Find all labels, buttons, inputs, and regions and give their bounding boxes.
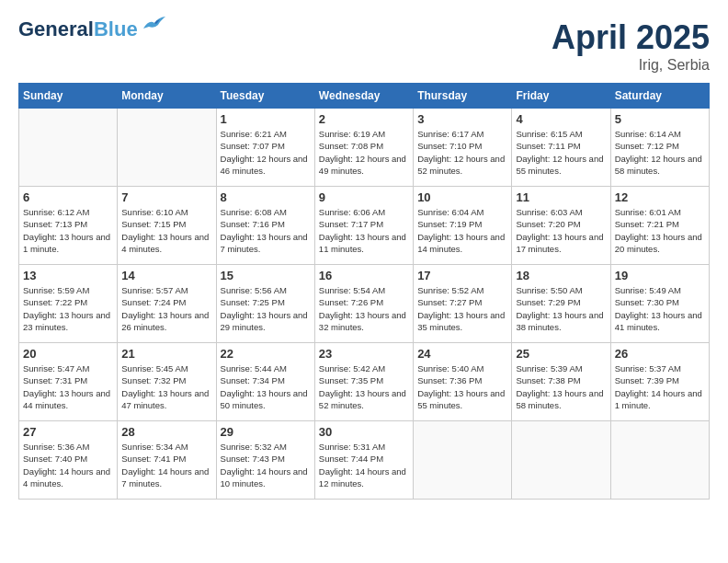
day-cell: 4Sunrise: 6:15 AMSunset: 7:11 PMDaylight… [512,109,610,187]
day-number: 27 [23,425,113,439]
logo: GeneralBlue [18,18,167,40]
day-cell: 15Sunrise: 5:56 AMSunset: 7:25 PMDayligh… [216,265,314,343]
weekday-header-saturday: Saturday [610,84,709,109]
day-number: 15 [221,269,311,282]
day-info: Sunrise: 5:32 AMSunset: 7:43 PMDaylight:… [221,441,311,489]
day-cell: 12Sunrise: 6:01 AMSunset: 7:21 PMDayligh… [610,187,709,265]
day-info: Sunrise: 6:01 AMSunset: 7:21 PMDaylight:… [615,206,705,255]
day-info: Sunrise: 5:40 AMSunset: 7:36 PMDaylight:… [417,362,507,411]
day-info: Sunrise: 5:39 AMSunset: 7:38 PMDaylight:… [516,362,606,411]
day-info: Sunrise: 5:37 AMSunset: 7:39 PMDaylight:… [615,362,705,411]
day-number: 17 [417,269,507,282]
day-number: 25 [516,347,606,361]
day-number: 20 [23,347,113,361]
day-number: 10 [417,190,507,204]
day-number: 26 [615,347,705,361]
day-cell: 16Sunrise: 5:54 AMSunset: 7:26 PMDayligh… [314,265,413,343]
day-info: Sunrise: 5:54 AMSunset: 7:26 PMDaylight:… [319,284,409,333]
day-info: Sunrise: 6:17 AMSunset: 7:10 PMDaylight:… [417,128,507,177]
weekday-header-sunday: Sunday [19,84,118,109]
day-cell: 21Sunrise: 5:45 AMSunset: 7:32 PMDayligh… [118,343,216,421]
day-cell: 23Sunrise: 5:42 AMSunset: 7:35 PMDayligh… [314,343,413,421]
weekday-header-tuesday: Tuesday [216,84,314,109]
day-info: Sunrise: 5:31 AMSunset: 7:44 PMDaylight:… [319,441,409,489]
day-info: Sunrise: 6:10 AMSunset: 7:15 PMDaylight:… [121,206,211,255]
day-cell: 10Sunrise: 6:04 AMSunset: 7:19 PMDayligh… [414,187,512,265]
week-row-3: 13Sunrise: 5:59 AMSunset: 7:22 PMDayligh… [19,265,710,343]
day-info: Sunrise: 5:36 AMSunset: 7:40 PMDaylight:… [23,441,113,489]
day-number: 23 [319,347,409,361]
day-info: Sunrise: 5:56 AMSunset: 7:25 PMDaylight:… [221,284,311,333]
day-cell: 29Sunrise: 5:32 AMSunset: 7:43 PMDayligh… [216,421,314,500]
day-cell: 17Sunrise: 5:52 AMSunset: 7:27 PMDayligh… [414,265,512,343]
day-cell: 9Sunrise: 6:06 AMSunset: 7:17 PMDaylight… [314,187,413,265]
day-info: Sunrise: 6:21 AMSunset: 7:07 PMDaylight:… [221,128,311,177]
day-number: 28 [121,425,211,439]
day-info: Sunrise: 6:06 AMSunset: 7:17 PMDaylight:… [319,206,409,255]
day-info: Sunrise: 5:50 AMSunset: 7:29 PMDaylight:… [516,284,606,333]
day-number: 29 [221,425,311,439]
calendar-subtitle: Irig, Serbia [552,57,710,74]
day-cell: 24Sunrise: 5:40 AMSunset: 7:36 PMDayligh… [414,343,512,421]
day-cell [19,109,118,187]
weekday-header-monday: Monday [118,84,216,109]
day-info: Sunrise: 6:12 AMSunset: 7:13 PMDaylight:… [23,206,113,255]
day-cell: 19Sunrise: 5:49 AMSunset: 7:30 PMDayligh… [610,265,709,343]
logo-general: General [18,17,94,40]
day-cell: 18Sunrise: 5:50 AMSunset: 7:29 PMDayligh… [512,265,610,343]
week-row-4: 20Sunrise: 5:47 AMSunset: 7:31 PMDayligh… [19,343,710,421]
title-section: April 2025 Irig, Serbia [552,18,710,74]
day-info: Sunrise: 6:15 AMSunset: 7:11 PMDaylight:… [516,128,606,177]
day-number: 7 [121,190,211,204]
day-number: 4 [516,112,606,126]
day-number: 24 [417,347,507,361]
day-cell: 30Sunrise: 5:31 AMSunset: 7:44 PMDayligh… [314,421,413,500]
day-cell [118,109,216,187]
day-info: Sunrise: 6:03 AMSunset: 7:20 PMDaylight:… [516,206,606,255]
day-cell: 1Sunrise: 6:21 AMSunset: 7:07 PMDaylight… [216,109,314,187]
day-info: Sunrise: 5:45 AMSunset: 7:32 PMDaylight:… [121,362,211,411]
day-cell: 2Sunrise: 6:19 AMSunset: 7:08 PMDaylight… [314,109,413,187]
day-number: 5 [615,112,705,126]
logo-blue: Blue [94,17,138,40]
day-cell: 13Sunrise: 5:59 AMSunset: 7:22 PMDayligh… [19,265,118,343]
day-number: 12 [615,190,705,204]
weekday-header-row: SundayMondayTuesdayWednesdayThursdayFrid… [19,84,710,109]
day-cell: 22Sunrise: 5:44 AMSunset: 7:34 PMDayligh… [216,343,314,421]
weekday-header-wednesday: Wednesday [314,84,413,109]
day-info: Sunrise: 6:14 AMSunset: 7:12 PMDaylight:… [615,128,705,177]
day-info: Sunrise: 6:04 AMSunset: 7:19 PMDaylight:… [417,206,507,255]
day-number: 2 [319,112,409,126]
day-cell: 11Sunrise: 6:03 AMSunset: 7:20 PMDayligh… [512,187,610,265]
day-number: 3 [417,112,507,126]
week-row-1: 1Sunrise: 6:21 AMSunset: 7:07 PMDaylight… [19,109,710,187]
day-cell [512,421,610,500]
day-number: 6 [23,190,113,204]
day-number: 21 [121,347,211,361]
day-cell: 3Sunrise: 6:17 AMSunset: 7:10 PMDaylight… [414,109,512,187]
day-cell: 7Sunrise: 6:10 AMSunset: 7:15 PMDaylight… [118,187,216,265]
day-cell: 6Sunrise: 6:12 AMSunset: 7:13 PMDaylight… [19,187,118,265]
week-row-5: 27Sunrise: 5:36 AMSunset: 7:40 PMDayligh… [19,421,710,500]
week-row-2: 6Sunrise: 6:12 AMSunset: 7:13 PMDaylight… [19,187,710,265]
day-cell: 25Sunrise: 5:39 AMSunset: 7:38 PMDayligh… [512,343,610,421]
day-number: 1 [221,112,311,126]
day-number: 14 [121,269,211,282]
calendar-table: SundayMondayTuesdayWednesdayThursdayFrid… [18,83,710,500]
day-cell: 8Sunrise: 6:08 AMSunset: 7:16 PMDaylight… [216,187,314,265]
day-info: Sunrise: 5:49 AMSunset: 7:30 PMDaylight:… [615,284,705,333]
day-cell: 26Sunrise: 5:37 AMSunset: 7:39 PMDayligh… [610,343,709,421]
day-cell [414,421,512,500]
day-info: Sunrise: 6:19 AMSunset: 7:08 PMDaylight:… [319,128,409,177]
weekday-header-thursday: Thursday [414,84,512,109]
day-number: 13 [23,269,113,282]
day-number: 16 [319,269,409,282]
weekday-header-friday: Friday [512,84,610,109]
page-header: GeneralBlue April 2025 Irig, Serbia [18,18,710,74]
day-number: 8 [221,190,311,204]
day-number: 9 [319,190,409,204]
logo-bird-icon [142,16,167,32]
day-number: 22 [221,347,311,361]
day-number: 30 [319,425,409,439]
day-info: Sunrise: 6:08 AMSunset: 7:16 PMDaylight:… [221,206,311,255]
